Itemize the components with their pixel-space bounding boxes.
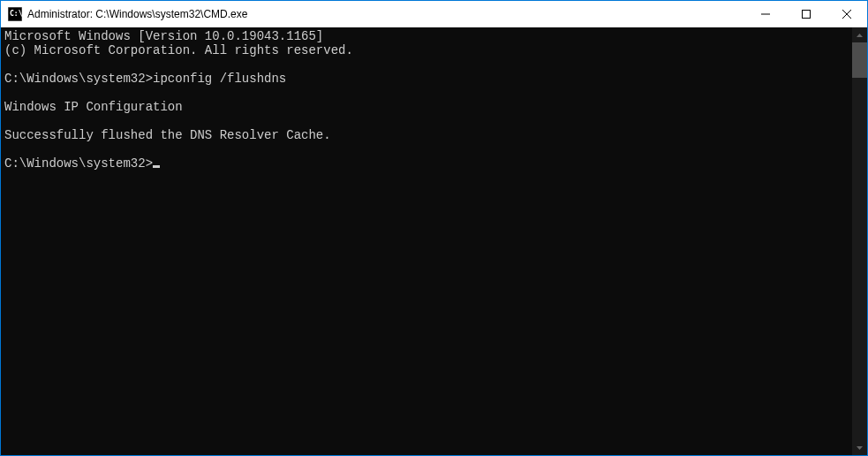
cursor: [153, 165, 160, 168]
scroll-down-button[interactable]: [852, 440, 867, 455]
scroll-track[interactable]: [852, 42, 867, 440]
terminal-area: Microsoft Windows [Version 10.0.19043.11…: [1, 27, 867, 455]
terminal-line: C:\Windows\system32>: [4, 156, 153, 171]
terminal-line: Successfully flushed the DNS Resolver Ca…: [4, 128, 331, 142]
svg-marker-6: [857, 34, 863, 37]
terminal-line: Windows IP Configuration: [4, 100, 183, 114]
window-title: Administrator: C:\Windows\system32\CMD.e…: [27, 8, 745, 20]
terminal-line: Microsoft Windows [Version 10.0.19043.11…: [4, 29, 323, 43]
window-controls: [745, 1, 867, 27]
terminal-line: C:\Windows\system32>ipconfig /flushdns: [4, 72, 286, 86]
maximize-button[interactable]: [786, 1, 826, 27]
cmd-window: C:\ Administrator: C:\Windows\system32\C…: [1, 1, 867, 455]
cmd-icon: C:\: [8, 7, 22, 21]
svg-text:C:\: C:\: [10, 10, 22, 18]
close-button[interactable]: [826, 1, 867, 27]
svg-rect-3: [803, 11, 811, 19]
minimize-button[interactable]: [745, 1, 786, 27]
scroll-thumb[interactable]: [852, 42, 867, 78]
scroll-up-button[interactable]: [852, 27, 867, 42]
terminal-line: (c) Microsoft Corporation. All rights re…: [4, 43, 353, 57]
svg-marker-7: [857, 446, 863, 450]
terminal-output[interactable]: Microsoft Windows [Version 10.0.19043.11…: [1, 27, 852, 455]
scrollbar[interactable]: [852, 27, 867, 455]
titlebar[interactable]: C:\ Administrator: C:\Windows\system32\C…: [1, 1, 867, 27]
